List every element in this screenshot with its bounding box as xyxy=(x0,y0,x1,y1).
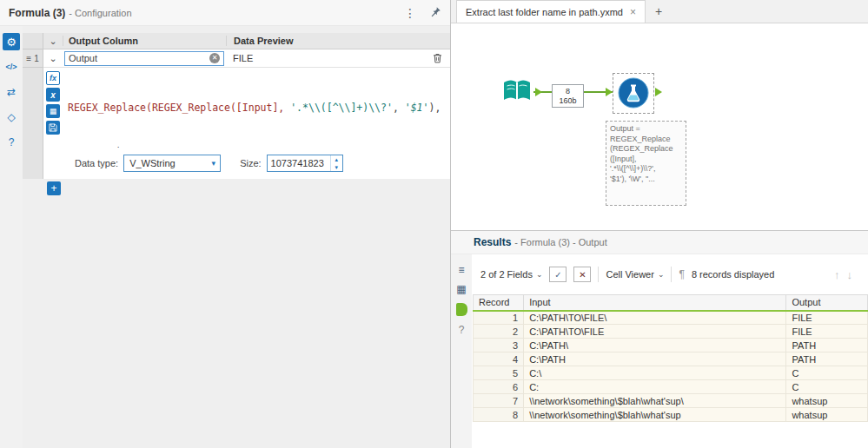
table-row: 6C:C xyxy=(474,380,868,394)
output-cell[interactable]: C xyxy=(786,366,868,380)
results-table: Record Input Output 1C:\PATH\TO\FILE\FIL… xyxy=(473,294,868,422)
workflow-tab-bar: Extract last folder name in path.yxmd × … xyxy=(451,0,868,23)
annotation-line: '$1'), '\W', ''... xyxy=(610,175,682,185)
help-icon[interactable]: ? xyxy=(3,134,20,151)
workflow-tab-title: Extract last folder name in path.yxmd xyxy=(466,7,623,17)
table-row: 3C:\PATH\PATH xyxy=(474,339,868,352)
chevron-down-icon: ▾ xyxy=(208,159,221,168)
code-icon[interactable]: </> xyxy=(3,58,20,76)
records-displayed-label: 8 records displayed xyxy=(692,269,774,280)
scroll-up-icon[interactable]: ↑ xyxy=(834,268,840,281)
insert-variable-icon[interactable]: x xyxy=(46,88,60,102)
input-cell[interactable]: C:\PATH\ xyxy=(524,339,786,352)
data-preview-header: Data Preview xyxy=(226,36,450,46)
formula-text-area[interactable]: REGEX_Replace(REGEX_Replace([Input], '.*… xyxy=(63,68,450,148)
text-input-tool-icon xyxy=(501,77,533,105)
sync-icon[interactable]: ⇄ xyxy=(3,83,20,101)
results-icon-strip: ≡ ▦ ? xyxy=(451,254,472,448)
input-cell[interactable]: C:\PATH\TO\FILE\ xyxy=(524,311,786,325)
fields-dropdown[interactable]: 2 of 2 Fields xyxy=(480,269,533,280)
tool-annotation[interactable]: Output = REGEX_Replace (REGEX_Replace ([… xyxy=(606,121,686,206)
gear-icon[interactable]: ⚙ xyxy=(3,33,20,50)
spin-up-icon[interactable]: ▲ xyxy=(331,155,342,163)
chevron-down-icon[interactable]: ⌄ xyxy=(43,53,63,64)
pin-icon[interactable] xyxy=(430,6,441,19)
input-cell[interactable]: \\network\something\$blah\what'sup xyxy=(524,408,786,422)
record-cell[interactable]: 2 xyxy=(474,325,524,339)
grid-icon[interactable]: ▦ xyxy=(456,284,466,294)
text-input-tool[interactable] xyxy=(501,77,533,107)
tag-icon[interactable]: ◇ xyxy=(3,109,20,126)
delete-expression-button[interactable] xyxy=(424,52,450,64)
output-cell[interactable]: PATH xyxy=(786,339,868,352)
output-anchor-button[interactable] xyxy=(456,303,467,316)
table-row: 7\\network\something\$blah\what'sup\what… xyxy=(474,394,868,408)
output-cell[interactable]: whatsup xyxy=(786,408,868,422)
record-cell[interactable]: 8 xyxy=(474,408,524,422)
output-cell[interactable]: C xyxy=(786,380,868,394)
output-anchor-icon[interactable] xyxy=(655,88,662,96)
workflow-canvas[interactable]: 8 160b Output = REGEX_Replace (REGEX_Rep… xyxy=(451,23,868,230)
record-count-annotation[interactable]: 8 160b xyxy=(552,84,584,108)
record-cell[interactable]: 1 xyxy=(474,311,524,325)
config-panel-subtitle: - Configuration xyxy=(69,8,131,18)
cell-viewer-dropdown[interactable]: Cell Viewer xyxy=(606,269,653,280)
clear-icon[interactable]: ✕ xyxy=(209,53,220,63)
kebab-menu-icon[interactable]: ⋮ xyxy=(404,7,416,19)
input-anchor-icon[interactable] xyxy=(606,88,613,96)
results-title: Results xyxy=(474,236,511,248)
config-icon-strip: ⚙ </> ⇄ ◇ ? xyxy=(0,26,23,448)
scroll-down-icon[interactable]: ↓ xyxy=(847,268,853,281)
record-cell[interactable]: 6 xyxy=(474,380,524,394)
chevron-down-icon[interactable]: ⌄ xyxy=(43,36,63,47)
pilcrow-icon[interactable]: ¶ xyxy=(679,268,684,280)
input-cell[interactable]: C:\ xyxy=(524,366,786,380)
toolbar-divider xyxy=(598,267,599,282)
expression-row: ⌄ ✕ FILE xyxy=(43,49,450,68)
help-icon[interactable]: ? xyxy=(459,325,465,335)
record-cell[interactable]: 5 xyxy=(474,366,524,380)
data-type-dropdown[interactable]: V_WString ▾ xyxy=(123,155,221,172)
input-cell[interactable]: C: xyxy=(524,380,786,394)
select-fields-icon[interactable]: ✓ xyxy=(549,267,567,282)
output-cell[interactable]: FILE xyxy=(786,311,868,325)
new-tab-button[interactable]: + xyxy=(646,0,672,23)
formula-tool[interactable] xyxy=(618,77,649,110)
column-header-output[interactable]: Output xyxy=(786,295,868,311)
insert-function-icon[interactable]: fx xyxy=(46,71,60,85)
output-cell[interactable]: PATH xyxy=(786,352,868,366)
save-expression-icon[interactable] xyxy=(46,121,60,135)
output-cell[interactable]: whatsup xyxy=(786,394,868,408)
record-cell[interactable]: 3 xyxy=(474,339,524,352)
input-cell[interactable]: C:\PATH xyxy=(524,352,786,366)
table-row: 5C:\C xyxy=(474,366,868,380)
formula-tool-icon xyxy=(618,77,649,109)
row-number: 1 xyxy=(34,54,39,63)
functions-grid-icon[interactable]: ▦ xyxy=(46,104,60,118)
close-tab-icon[interactable]: × xyxy=(630,7,636,17)
formula-editor: fx x ▦ REGEX_Replace(REGEX_Replace([Inpu… xyxy=(43,68,450,148)
annotation-line: ([Input], xyxy=(610,155,682,165)
input-cell[interactable]: \\network\something\$blah\what'sup\ xyxy=(524,394,786,408)
editor-tool-strip: fx x ▦ xyxy=(43,68,63,148)
annotation-line: REGEX_Replace xyxy=(610,135,682,145)
record-cell[interactable]: 4 xyxy=(474,352,524,366)
input-cell[interactable]: C:\PATH\TO\FILE xyxy=(524,325,786,339)
workflow-tab[interactable]: Extract last folder name in path.yxmd × xyxy=(456,0,646,23)
output-column-input[interactable] xyxy=(69,53,209,63)
output-anchor-icon[interactable] xyxy=(535,88,542,96)
byte-count: 160b xyxy=(559,96,576,106)
expression-grid-header: ⌄ Output Column Data Preview xyxy=(43,33,450,49)
output-cell[interactable]: FILE xyxy=(786,325,868,339)
column-header-input[interactable]: Input xyxy=(524,295,786,311)
spin-down-icon[interactable]: ▼ xyxy=(331,163,342,171)
size-input[interactable] xyxy=(268,155,330,171)
column-header-record[interactable]: Record xyxy=(474,295,524,311)
drag-handle-icon[interactable]: ≡ xyxy=(26,54,31,63)
record-cell[interactable]: 7 xyxy=(474,394,524,408)
data-type-label: Data type: xyxy=(75,158,118,168)
deselect-fields-icon[interactable]: ✕ xyxy=(573,267,591,282)
add-expression-button[interactable]: + xyxy=(47,181,61,195)
list-icon[interactable]: ≡ xyxy=(458,265,464,275)
table-row: 1C:\PATH\TO\FILE\FILE xyxy=(474,311,868,325)
